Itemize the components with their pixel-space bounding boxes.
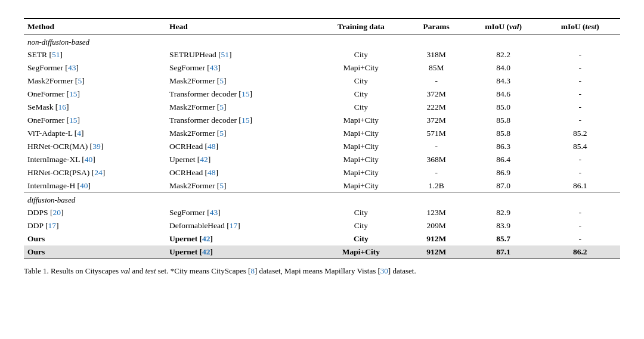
table-row: SegFormer [43]SegFormer [43]Mapi+City85M… <box>24 61 620 74</box>
table-row: OursUpernet [42]Mapi+City912M87.186.2 <box>24 245 620 259</box>
cell-4-5: - <box>543 101 621 114</box>
cell-1-0: DDP [17] <box>24 219 166 232</box>
cell-1-2: City <box>316 219 408 232</box>
table-row: OneFormer [15]Transformer decoder [15]Ma… <box>24 114 620 127</box>
cell-4-3: 222M <box>408 101 467 114</box>
cell-1-2: Mapi+City <box>316 61 408 74</box>
table-row: DDP [17]DeformableHead [17]City209M83.9- <box>24 219 620 232</box>
cell-7-1: OCRHead [48] <box>166 140 316 153</box>
cell-1-3: 85M <box>408 61 467 74</box>
cell-2-1: Upernet [42] <box>166 232 316 245</box>
cell-5-2: Mapi+City <box>316 114 408 127</box>
cell-5-5: - <box>543 114 621 127</box>
col-method: Method <box>24 18 166 35</box>
cell-6-2: Mapi+City <box>316 127 408 140</box>
cell-2-2: City <box>316 232 408 245</box>
cell-8-4: 86.4 <box>467 153 543 166</box>
col-head: Head <box>166 18 316 35</box>
cell-0-1: SETRUPHead [51] <box>166 48 316 61</box>
cell-8-1: Upernet [42] <box>166 153 316 166</box>
cell-4-2: City <box>316 101 408 114</box>
table-row: ViT-Adapte-L [4]Mask2Former [5]Mapi+City… <box>24 127 620 140</box>
cell-2-5: - <box>543 232 621 245</box>
cell-9-3: - <box>408 166 467 179</box>
cell-1-1: DeformableHead [17] <box>166 219 316 232</box>
cell-4-0: SeMask [16] <box>24 101 166 114</box>
cell-6-5: 85.2 <box>543 127 621 140</box>
table-row: InternImage-H [40]Mask2Former [5]Mapi+Ci… <box>24 179 620 193</box>
cell-0-3: 318M <box>408 48 467 61</box>
cell-7-3: - <box>408 140 467 153</box>
cell-9-5: - <box>543 166 621 179</box>
cell-7-0: HRNet-OCR(MA) [39] <box>24 140 166 153</box>
table-container: Method Head Training data Params mIoU (v… <box>24 18 620 277</box>
cell-8-2: Mapi+City <box>316 153 408 166</box>
cell-0-0: DDPS [20] <box>24 206 166 219</box>
table-row: InternImage-XL [40]Upernet [42]Mapi+City… <box>24 153 620 166</box>
cell-4-1: Mask2Former [5] <box>166 101 316 114</box>
cell-3-1: Upernet [42] <box>166 245 316 259</box>
cell-10-5: 86.1 <box>543 179 621 193</box>
cell-4-4: 85.0 <box>467 101 543 114</box>
cell-6-0: ViT-Adapte-L [4] <box>24 127 166 140</box>
table-caption: Table 1. Results on Cityscapes val and t… <box>24 265 620 277</box>
table-row: OursUpernet [42]City912M85.7- <box>24 232 620 245</box>
cell-8-5: - <box>543 153 621 166</box>
cell-0-2: City <box>316 206 408 219</box>
cell-2-3: - <box>408 74 467 88</box>
cell-10-3: 1.2B <box>408 179 467 193</box>
cell-2-3: 912M <box>408 232 467 245</box>
cell-2-2: City <box>316 74 408 88</box>
cell-1-0: SegFormer [43] <box>24 61 166 74</box>
cell-3-0: OneFormer [15] <box>24 88 166 101</box>
cell-2-0: Ours <box>24 232 166 245</box>
cell-0-3: 123M <box>408 206 467 219</box>
cell-7-5: 85.4 <box>543 140 621 153</box>
cell-3-0: Ours <box>24 245 166 259</box>
cell-3-1: Transformer decoder [15] <box>166 88 316 101</box>
cell-0-2: City <box>316 48 408 61</box>
cell-3-4: 84.6 <box>467 88 543 101</box>
cell-10-4: 87.0 <box>467 179 543 193</box>
cell-7-4: 86.3 <box>467 140 543 153</box>
cell-7-2: Mapi+City <box>316 140 408 153</box>
cell-10-1: Mask2Former [5] <box>166 179 316 193</box>
cell-10-0: InternImage-H [40] <box>24 179 166 193</box>
results-table: Method Head Training data Params mIoU (v… <box>24 18 620 259</box>
cell-1-3: 209M <box>408 219 467 232</box>
col-miou-test: mIoU (test) <box>543 18 621 35</box>
cell-5-0: OneFormer [15] <box>24 114 166 127</box>
cell-6-4: 85.8 <box>467 127 543 140</box>
cell-1-5: - <box>543 61 621 74</box>
cell-2-5: - <box>543 74 621 88</box>
cell-2-0: Mask2Former [5] <box>24 74 166 88</box>
section-label-0: non-diffusion-based <box>24 35 620 49</box>
cell-0-4: 82.2 <box>467 48 543 61</box>
cell-10-2: Mapi+City <box>316 179 408 193</box>
section-label-1: diffusion-based <box>24 193 620 207</box>
table-row: HRNet-OCR(PSA) [24]OCRHead [48]Mapi+City… <box>24 166 620 179</box>
cell-3-3: 912M <box>408 245 467 259</box>
cell-5-3: 372M <box>408 114 467 127</box>
cell-9-2: Mapi+City <box>316 166 408 179</box>
table-row: HRNet-OCR(MA) [39]OCRHead [48]Mapi+City-… <box>24 140 620 153</box>
cell-8-3: 368M <box>408 153 467 166</box>
table-row: SeMask [16]Mask2Former [5]City222M85.0- <box>24 101 620 114</box>
cell-3-5: 86.2 <box>543 245 621 259</box>
cell-0-5: - <box>543 206 621 219</box>
cell-6-3: 571M <box>408 127 467 140</box>
cell-3-5: - <box>543 88 621 101</box>
cell-6-1: Mask2Former [5] <box>166 127 316 140</box>
cell-9-0: HRNet-OCR(PSA) [24] <box>24 166 166 179</box>
cell-3-3: 372M <box>408 88 467 101</box>
cell-1-1: SegFormer [43] <box>166 61 316 74</box>
cell-1-4: 84.0 <box>467 61 543 74</box>
cell-0-5: - <box>543 48 621 61</box>
table-row: SETR [51]SETRUPHead [51]City318M82.2- <box>24 48 620 61</box>
cell-5-1: Transformer decoder [15] <box>166 114 316 127</box>
table-row: DDPS [20]SegFormer [43]City123M82.9- <box>24 206 620 219</box>
cell-3-4: 87.1 <box>467 245 543 259</box>
cell-9-4: 86.9 <box>467 166 543 179</box>
cell-3-2: City <box>316 88 408 101</box>
cell-2-4: 85.7 <box>467 232 543 245</box>
